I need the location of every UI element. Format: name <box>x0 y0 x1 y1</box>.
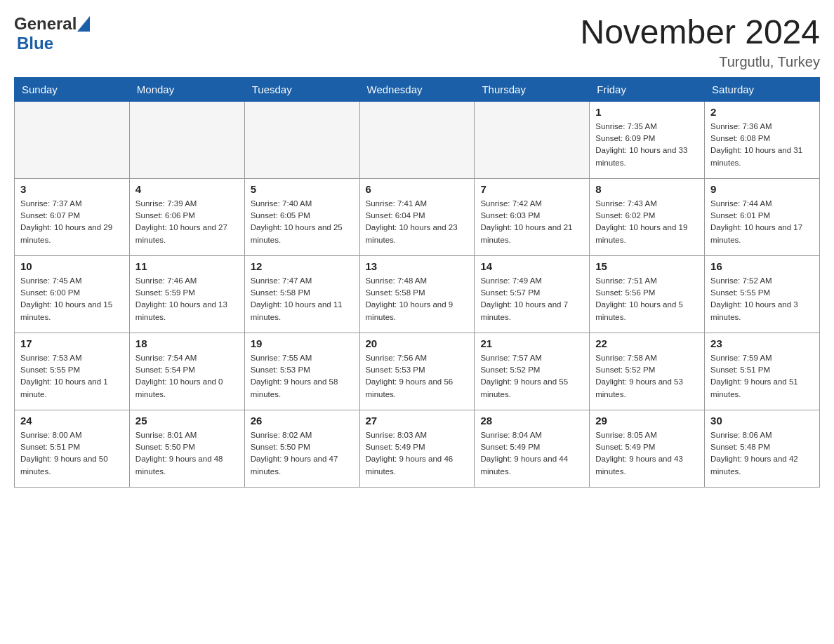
calendar-cell: 27Sunrise: 8:03 AMSunset: 5:49 PMDayligh… <box>359 410 475 487</box>
weekday-header-friday: Friday <box>590 77 705 101</box>
day-number: 9 <box>710 183 814 195</box>
calendar-cell: 19Sunrise: 7:55 AMSunset: 5:53 PMDayligh… <box>244 333 359 410</box>
calendar-cell: 20Sunrise: 7:56 AMSunset: 5:53 PMDayligh… <box>359 333 475 410</box>
calendar-cell: 18Sunrise: 7:54 AMSunset: 5:54 PMDayligh… <box>129 333 244 410</box>
calendar-cell: 26Sunrise: 8:02 AMSunset: 5:50 PMDayligh… <box>244 410 359 487</box>
day-info: Sunrise: 7:41 AMSunset: 6:04 PMDaylight:… <box>366 198 469 246</box>
day-info: Sunrise: 7:57 AMSunset: 5:52 PMDaylight:… <box>480 352 583 401</box>
day-info: Sunrise: 7:43 AMSunset: 6:02 PMDaylight:… <box>595 198 699 246</box>
day-info: Sunrise: 7:47 AMSunset: 5:58 PMDaylight:… <box>251 275 354 323</box>
day-number: 18 <box>135 337 239 349</box>
day-number: 11 <box>135 260 239 272</box>
calendar-cell: 1Sunrise: 7:35 AMSunset: 6:09 PMDaylight… <box>590 101 705 178</box>
day-info: Sunrise: 7:39 AMSunset: 6:06 PMDaylight:… <box>135 198 239 246</box>
day-number: 8 <box>595 183 699 195</box>
calendar-header-row: SundayMondayTuesdayWednesdayThursdayFrid… <box>15 77 820 101</box>
calendar-cell: 7Sunrise: 7:42 AMSunset: 6:03 PMDaylight… <box>475 178 590 255</box>
day-info: Sunrise: 8:02 AMSunset: 5:50 PMDaylight:… <box>251 429 354 478</box>
calendar-cell: 3Sunrise: 7:37 AMSunset: 6:07 PMDaylight… <box>15 178 130 255</box>
day-number: 2 <box>710 106 814 118</box>
day-info: Sunrise: 7:51 AMSunset: 5:56 PMDaylight:… <box>595 275 699 323</box>
day-number: 24 <box>20 415 124 427</box>
day-info: Sunrise: 7:44 AMSunset: 6:01 PMDaylight:… <box>710 198 814 246</box>
day-info: Sunrise: 7:55 AMSunset: 5:53 PMDaylight:… <box>251 352 354 401</box>
day-info: Sunrise: 8:05 AMSunset: 5:49 PMDaylight:… <box>595 429 699 478</box>
day-number: 16 <box>710 260 814 272</box>
weekday-header-monday: Monday <box>129 77 244 101</box>
day-info: Sunrise: 7:53 AMSunset: 5:55 PMDaylight:… <box>20 352 124 401</box>
calendar-cell: 30Sunrise: 8:06 AMSunset: 5:48 PMDayligh… <box>705 410 820 487</box>
calendar-cell: 13Sunrise: 7:48 AMSunset: 5:58 PMDayligh… <box>359 255 475 333</box>
day-number: 25 <box>135 415 239 427</box>
calendar-cell: 2Sunrise: 7:36 AMSunset: 6:08 PMDaylight… <box>705 101 820 178</box>
day-number: 1 <box>595 106 699 118</box>
calendar-cell <box>475 101 590 178</box>
day-number: 26 <box>251 415 354 427</box>
calendar-week-4: 24Sunrise: 8:00 AMSunset: 5:51 PMDayligh… <box>15 410 820 487</box>
month-title: November 2024 <box>580 14 820 51</box>
day-number: 7 <box>480 183 583 195</box>
day-info: Sunrise: 7:46 AMSunset: 5:59 PMDaylight:… <box>135 275 239 323</box>
day-number: 13 <box>366 260 469 272</box>
day-number: 3 <box>20 183 124 195</box>
day-number: 23 <box>710 337 814 349</box>
calendar-cell: 21Sunrise: 7:57 AMSunset: 5:52 PMDayligh… <box>475 333 590 410</box>
title-section: November 2024 Turgutlu, Turkey <box>580 14 820 70</box>
calendar-cell: 10Sunrise: 7:45 AMSunset: 6:00 PMDayligh… <box>15 255 130 333</box>
day-info: Sunrise: 7:49 AMSunset: 5:57 PMDaylight:… <box>480 275 583 323</box>
calendar-cell <box>15 101 130 178</box>
weekday-header-tuesday: Tuesday <box>244 77 359 101</box>
day-info: Sunrise: 7:48 AMSunset: 5:58 PMDaylight:… <box>366 275 469 323</box>
calendar-cell: 9Sunrise: 7:44 AMSunset: 6:01 PMDaylight… <box>705 178 820 255</box>
day-number: 5 <box>251 183 354 195</box>
page-header: General Blue November 2024 Turgutlu, Tur… <box>14 14 820 70</box>
weekday-header-saturday: Saturday <box>705 77 820 101</box>
day-number: 10 <box>20 260 124 272</box>
day-number: 22 <box>595 337 699 349</box>
calendar-cell <box>129 101 244 178</box>
calendar-week-0: 1Sunrise: 7:35 AMSunset: 6:09 PMDaylight… <box>15 101 820 178</box>
calendar-cell: 29Sunrise: 8:05 AMSunset: 5:49 PMDayligh… <box>590 410 705 487</box>
day-number: 21 <box>480 337 583 349</box>
calendar-cell: 23Sunrise: 7:59 AMSunset: 5:51 PMDayligh… <box>705 333 820 410</box>
day-number: 15 <box>595 260 699 272</box>
day-info: Sunrise: 7:58 AMSunset: 5:52 PMDaylight:… <box>595 352 699 401</box>
day-number: 27 <box>366 415 469 427</box>
weekday-header-wednesday: Wednesday <box>359 77 475 101</box>
day-info: Sunrise: 7:36 AMSunset: 6:08 PMDaylight:… <box>710 121 814 169</box>
day-number: 28 <box>480 415 583 427</box>
calendar-cell: 4Sunrise: 7:39 AMSunset: 6:06 PMDaylight… <box>129 178 244 255</box>
calendar-cell: 12Sunrise: 7:47 AMSunset: 5:58 PMDayligh… <box>244 255 359 333</box>
calendar-week-2: 10Sunrise: 7:45 AMSunset: 6:00 PMDayligh… <box>15 255 820 333</box>
calendar-cell: 22Sunrise: 7:58 AMSunset: 5:52 PMDayligh… <box>590 333 705 410</box>
calendar-cell: 8Sunrise: 7:43 AMSunset: 6:02 PMDaylight… <box>590 178 705 255</box>
calendar-week-1: 3Sunrise: 7:37 AMSunset: 6:07 PMDaylight… <box>15 178 820 255</box>
calendar-cell: 11Sunrise: 7:46 AMSunset: 5:59 PMDayligh… <box>129 255 244 333</box>
weekday-header-sunday: Sunday <box>15 77 130 101</box>
calendar-cell: 17Sunrise: 7:53 AMSunset: 5:55 PMDayligh… <box>15 333 130 410</box>
day-info: Sunrise: 8:06 AMSunset: 5:48 PMDaylight:… <box>710 429 814 478</box>
day-info: Sunrise: 7:54 AMSunset: 5:54 PMDaylight:… <box>135 352 239 401</box>
calendar-cell <box>359 101 475 178</box>
day-number: 20 <box>366 337 469 349</box>
calendar-cell: 14Sunrise: 7:49 AMSunset: 5:57 PMDayligh… <box>475 255 590 333</box>
day-number: 12 <box>251 260 354 272</box>
day-info: Sunrise: 7:35 AMSunset: 6:09 PMDaylight:… <box>595 121 699 169</box>
day-info: Sunrise: 7:45 AMSunset: 6:00 PMDaylight:… <box>20 275 124 323</box>
calendar-table: SundayMondayTuesdayWednesdayThursdayFrid… <box>14 77 820 488</box>
logo-blue-text: Blue <box>17 34 53 53</box>
day-info: Sunrise: 8:00 AMSunset: 5:51 PMDaylight:… <box>20 429 124 478</box>
day-info: Sunrise: 7:37 AMSunset: 6:07 PMDaylight:… <box>20 198 124 246</box>
day-number: 30 <box>710 415 814 427</box>
day-info: Sunrise: 8:01 AMSunset: 5:50 PMDaylight:… <box>135 429 239 478</box>
day-number: 19 <box>251 337 354 349</box>
day-info: Sunrise: 7:56 AMSunset: 5:53 PMDaylight:… <box>366 352 469 401</box>
calendar-cell: 16Sunrise: 7:52 AMSunset: 5:55 PMDayligh… <box>705 255 820 333</box>
day-number: 17 <box>20 337 124 349</box>
calendar-cell: 25Sunrise: 8:01 AMSunset: 5:50 PMDayligh… <box>129 410 244 487</box>
logo-triangle-icon <box>77 16 90 32</box>
day-info: Sunrise: 7:40 AMSunset: 6:05 PMDaylight:… <box>251 198 354 246</box>
calendar-cell: 5Sunrise: 7:40 AMSunset: 6:05 PMDaylight… <box>244 178 359 255</box>
day-info: Sunrise: 7:59 AMSunset: 5:51 PMDaylight:… <box>710 352 814 401</box>
day-number: 4 <box>135 183 239 195</box>
